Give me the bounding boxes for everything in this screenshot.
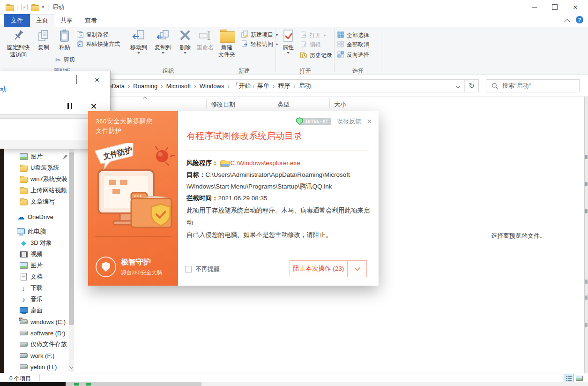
breadcrumb-separator[interactable]: › xyxy=(194,83,196,90)
move-to-button[interactable]: 移动到 xyxy=(127,29,150,54)
sidebar-item[interactable]: 上传网站视频 xyxy=(4,185,69,196)
sidebar-item[interactable]: yebin (H:) xyxy=(4,361,69,372)
block-operation-button[interactable]: 阻止本次操作 (23) xyxy=(290,260,367,277)
dont-remind-checkbox[interactable]: 不再提醒 xyxy=(185,265,220,273)
maximize-button[interactable] xyxy=(544,0,565,14)
block-button-label: 阻止本次操作 (23) xyxy=(290,265,347,273)
sidebar-item[interactable]: 文档 xyxy=(4,271,69,282)
column-separator[interactable] xyxy=(329,98,330,108)
breadcrumb-item[interactable]: 启动 xyxy=(299,82,311,90)
rename-button[interactable]: 重命名 xyxy=(194,29,216,51)
paste-shortcut-button[interactable]: 粘贴快捷方式 xyxy=(76,40,120,48)
sidebar-item[interactable]: 此电脑 xyxy=(4,226,69,237)
easy-access-button[interactable]: 轻松访问 xyxy=(241,40,278,48)
sidebar-item[interactable]: OneDrive xyxy=(4,211,69,222)
breadcrumb-separator[interactable]: › xyxy=(128,83,130,90)
edit-button[interactable]: 编辑 xyxy=(300,41,321,49)
history-button[interactable]: 历史记录 xyxy=(300,52,332,60)
breadcrumb-separator[interactable]: › xyxy=(161,83,163,90)
folder-icon xyxy=(6,4,13,10)
address-bar[interactable]: ›AppData›Roaming›Microsoft›Windows›「开始」菜… xyxy=(92,79,479,92)
collapse-ribbon-icon[interactable] xyxy=(564,19,570,25)
help-icon[interactable]: ? xyxy=(576,16,583,23)
sidebar-item[interactable]: 音乐 xyxy=(4,294,69,305)
search-box[interactable]: 搜索"启动" xyxy=(486,79,580,92)
popup-close-button[interactable]: × xyxy=(91,75,103,84)
dialog-close-button[interactable]: × xyxy=(367,117,372,126)
sidebar-item[interactable]: work (F:) xyxy=(4,350,69,361)
sidebar-item-label: win7系统安装 xyxy=(30,175,67,183)
details-view-button[interactable] xyxy=(564,374,573,382)
new-item-label: 新建项目 xyxy=(251,31,273,39)
tab-view[interactable]: 查看 xyxy=(79,14,103,27)
column-size[interactable]: 大小 xyxy=(334,100,346,109)
close-icon: × xyxy=(573,3,578,11)
breadcrumb-item[interactable]: 「开始」菜单 xyxy=(233,82,269,90)
breadcrumb-separator[interactable]: › xyxy=(273,83,275,90)
tab-file[interactable]: 文件 xyxy=(4,14,30,27)
breadcrumb-item[interactable]: 程序 xyxy=(278,82,290,90)
sidebar-item[interactable]: U盘装系统 xyxy=(4,162,69,174)
refresh-button[interactable]: ↻ xyxy=(465,82,478,90)
sidebar-item-label: 仅做文件存放 (E xyxy=(30,340,75,348)
tab-share[interactable]: 共享 xyxy=(54,14,79,27)
sidebar-item[interactable]: win7系统安装 xyxy=(4,174,69,185)
sidebar-item[interactable]: software (D:) xyxy=(4,327,69,339)
cut-button[interactable]: ✂ 剪切 xyxy=(55,56,75,64)
copy-path-button[interactable]: 复制路径 xyxy=(76,31,109,39)
sidebar-item[interactable]: 文章编写 xyxy=(4,196,69,207)
copy-button[interactable]: 复制 xyxy=(34,29,53,51)
minimize-button[interactable] xyxy=(524,0,544,14)
open-icon xyxy=(300,31,307,40)
new-item-button[interactable]: 新建项目 xyxy=(241,31,278,39)
risk-label: 风险程序： xyxy=(186,159,218,167)
select-none-button[interactable]: 全部取消 xyxy=(337,41,369,49)
breadcrumb-separator[interactable]: › xyxy=(227,83,229,90)
customize-toolbar-icon[interactable]: ▾ xyxy=(42,5,44,9)
block-options-dropdown[interactable] xyxy=(348,268,366,270)
new-folder-button[interactable]: 新建文件夹 xyxy=(215,29,239,58)
sidebar-item[interactable]: 桌面 xyxy=(4,305,69,316)
scrollbar-down-icon[interactable] xyxy=(69,365,73,369)
pause-button[interactable] xyxy=(67,103,72,109)
column-separator[interactable] xyxy=(361,98,361,108)
sidebar-item[interactable]: windows (C:) xyxy=(4,316,69,327)
column-separator[interactable] xyxy=(273,98,273,108)
invert-selection-button[interactable]: 反向选择 xyxy=(337,51,369,59)
thumbnails-view-button[interactable] xyxy=(574,374,584,382)
checkbox-icon[interactable] xyxy=(185,266,192,272)
scrollbar-thumb[interactable] xyxy=(69,152,74,325)
column-type[interactable]: 类型 xyxy=(277,100,290,109)
select-all-button[interactable]: 全部选择 xyxy=(337,31,369,39)
copy-to-button[interactable]: 复制到 xyxy=(151,29,175,54)
tab-home[interactable]: 主页 xyxy=(30,14,54,27)
pin-to-quick-access-button[interactable]: 固定到快速访问 xyxy=(5,29,32,58)
column-modified[interactable]: 修改日期 xyxy=(211,100,235,109)
close-button[interactable]: × xyxy=(565,0,586,14)
false-positive-feedback-link[interactable]: 误报反馈 xyxy=(337,117,361,126)
sidebar-item[interactable]: 图片 xyxy=(4,151,69,162)
breadcrumb-item[interactable]: Roaming xyxy=(133,83,157,90)
breadcrumb-item[interactable]: Windows xyxy=(200,83,224,90)
open-button[interactable]: 打开 xyxy=(300,31,326,39)
breadcrumb-separator[interactable]: › xyxy=(293,83,295,90)
paste-button[interactable]: 粘贴 xyxy=(54,29,75,51)
rename-icon xyxy=(198,29,213,43)
delete-button[interactable]: 删除 xyxy=(176,29,194,54)
popup-partial-link[interactable]: 动 xyxy=(0,85,7,94)
column-separator[interactable] xyxy=(206,98,207,108)
breadcrumb-item[interactable]: Microsoft xyxy=(166,83,191,90)
sidebar-item[interactable]: 3D 对象 xyxy=(4,237,69,249)
properties-check-icon[interactable]: ✓ xyxy=(21,4,28,10)
new-folder-icon[interactable] xyxy=(31,4,38,10)
desktop-icon xyxy=(20,307,28,314)
properties-button[interactable]: 属性 xyxy=(279,29,298,54)
popup-maximize-button[interactable] xyxy=(70,75,82,84)
popup-minimize-button[interactable] xyxy=(50,75,62,84)
sidebar-item[interactable]: 图片 xyxy=(4,260,69,271)
sidebar-item[interactable]: 视频 xyxy=(4,249,69,260)
sidebar-item[interactable]: 仅做文件存放 (E xyxy=(4,339,69,350)
new-folder-icon xyxy=(219,29,234,43)
address-dropdown-icon[interactable] xyxy=(456,83,461,88)
sidebar-item[interactable]: 下载 xyxy=(4,282,69,294)
